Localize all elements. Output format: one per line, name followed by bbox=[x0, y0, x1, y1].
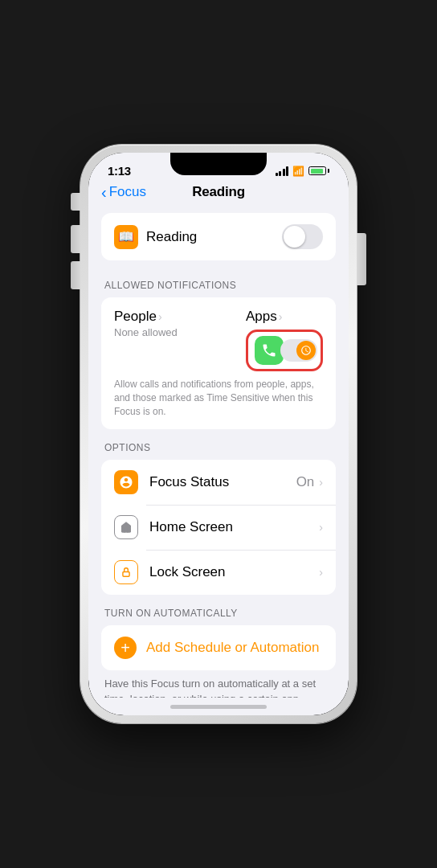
lock-screen-row[interactable]: Lock Screen › bbox=[101, 550, 336, 595]
apps-icons-highlight[interactable] bbox=[246, 330, 323, 371]
options-card: Focus Status On › Home Screen bbox=[101, 460, 336, 595]
reading-toggle-label: Reading bbox=[146, 229, 197, 245]
screen-content: 1:13 📶 bbox=[88, 153, 349, 715]
apps-toggle-knob bbox=[296, 341, 316, 360]
home-screen-row[interactable]: Home Screen › bbox=[101, 505, 336, 550]
people-label: People bbox=[114, 309, 157, 325]
home-screen-label: Home Screen bbox=[149, 519, 319, 535]
status-bar: 1:13 📶 bbox=[88, 153, 349, 181]
allow-description: Allow calls and notifications from peopl… bbox=[114, 378, 323, 418]
apps-section: Apps › bbox=[246, 309, 323, 371]
reading-icon: 📖 bbox=[114, 225, 138, 249]
options-header: OPTIONS bbox=[101, 442, 336, 453]
notifications-card: People › None allowed Apps › bbox=[101, 297, 336, 429]
battery-icon bbox=[308, 166, 329, 175]
mute-button[interactable] bbox=[71, 193, 80, 211]
back-label: Focus bbox=[109, 184, 146, 200]
turn-on-auto-header: TURN ON AUTOMATICALLY bbox=[101, 608, 336, 619]
notif-row: People › None allowed Apps › bbox=[114, 309, 323, 371]
lock-screen-icon bbox=[114, 560, 138, 584]
signal-icon bbox=[276, 166, 289, 176]
reading-toggle-card: 📖 Reading bbox=[101, 213, 336, 260]
people-section: People › None allowed bbox=[114, 309, 178, 338]
home-screen-chevron-icon: › bbox=[319, 521, 323, 534]
add-schedule-card[interactable]: + Add Schedule or Automation bbox=[101, 625, 336, 670]
people-link[interactable]: People › bbox=[114, 309, 178, 325]
apps-toggle bbox=[280, 339, 317, 362]
phone-frame: 1:13 📶 bbox=[80, 145, 357, 723]
people-chevron-icon: › bbox=[158, 310, 162, 323]
focus-status-chevron-icon: › bbox=[319, 476, 323, 489]
wifi-icon: 📶 bbox=[292, 166, 304, 177]
notch bbox=[170, 153, 267, 175]
back-chevron-icon: ‹ bbox=[101, 184, 107, 200]
toggle-knob bbox=[284, 226, 305, 248]
reading-toggle-switch[interactable] bbox=[282, 224, 323, 249]
power-button[interactable] bbox=[357, 233, 366, 285]
status-time: 1:13 bbox=[108, 164, 131, 178]
lock-screen-label: Lock Screen bbox=[149, 564, 319, 580]
home-screen-icon bbox=[114, 515, 138, 539]
apps-label: Apps bbox=[246, 309, 277, 325]
focus-status-label: Focus Status bbox=[149, 474, 296, 490]
page-title: Reading bbox=[192, 184, 245, 200]
phone-app-icon bbox=[255, 336, 284, 365]
volume-up-button[interactable] bbox=[71, 225, 80, 253]
allowed-notifications-header: ALLOWED NOTIFICATIONS bbox=[101, 280, 336, 291]
apps-chevron-icon: › bbox=[279, 310, 283, 323]
auto-description: Have this Focus turn on automatically at… bbox=[101, 677, 336, 698]
phone-screen: 1:13 📶 bbox=[88, 153, 349, 715]
add-schedule-label: Add Schedule or Automation bbox=[146, 640, 319, 656]
back-button[interactable]: ‹ Focus bbox=[101, 184, 146, 200]
main-content: 📖 Reading ALLOWED NOTIFICATIONS Peop bbox=[88, 207, 349, 698]
focus-status-row[interactable]: Focus Status On › bbox=[101, 460, 336, 505]
status-icons: 📶 bbox=[276, 166, 330, 177]
apps-link[interactable]: Apps › bbox=[246, 309, 282, 325]
focus-status-icon bbox=[114, 470, 138, 494]
nav-bar: ‹ Focus Reading bbox=[88, 181, 349, 207]
focus-status-value: On bbox=[296, 474, 315, 490]
svg-rect-0 bbox=[123, 572, 129, 577]
home-bar bbox=[170, 705, 267, 709]
lock-screen-chevron-icon: › bbox=[319, 566, 323, 579]
volume-down-button[interactable] bbox=[71, 261, 80, 289]
home-indicator bbox=[88, 698, 349, 715]
add-icon: + bbox=[114, 637, 137, 659]
people-sublabel: None allowed bbox=[114, 326, 178, 338]
